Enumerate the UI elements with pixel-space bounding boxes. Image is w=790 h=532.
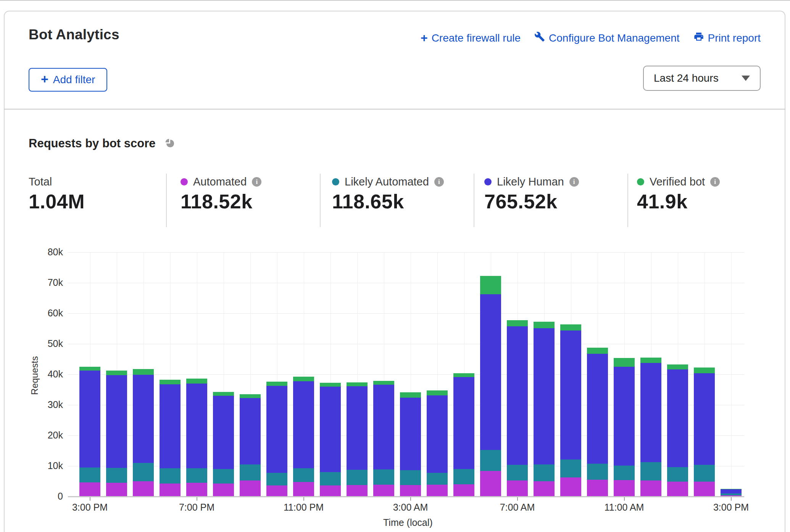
bar-segment-verified-bot[interactable] (240, 394, 261, 398)
bar-segment-likely-human[interactable] (587, 354, 608, 464)
bar-segment-likely-human[interactable] (427, 395, 448, 473)
bar-segment-likely-human[interactable] (640, 363, 661, 463)
bar-segment-automated[interactable] (347, 485, 368, 497)
bar-segment-automated[interactable] (79, 482, 100, 497)
bar-segment-automated[interactable] (560, 477, 581, 497)
bar-segment-likely-automated[interactable] (320, 472, 341, 485)
bar-segment-verified-bot[interactable] (560, 324, 581, 330)
bar-segment-automated[interactable] (213, 484, 234, 497)
bar-segment-verified-bot[interactable] (347, 382, 368, 386)
v-gridline (731, 252, 732, 497)
bar-segment-likely-automated[interactable] (373, 469, 394, 485)
bar-segment-likely-automated[interactable] (186, 468, 207, 483)
bar-segment-likely-human[interactable] (79, 371, 100, 468)
bar-segment-verified-bot[interactable] (453, 373, 474, 377)
bar-segment-automated[interactable] (534, 481, 555, 497)
bar-segment-likely-automated[interactable] (133, 463, 154, 481)
bar-segment-automated[interactable] (106, 483, 127, 497)
bar-segment-verified-bot[interactable] (534, 322, 555, 328)
bar-segment-verified-bot[interactable] (667, 364, 688, 370)
bar-segment-likely-automated[interactable] (587, 464, 608, 480)
bar-segment-likely-automated[interactable] (640, 462, 661, 480)
bar-segment-automated[interactable] (614, 480, 635, 497)
bar-segment-likely-human[interactable] (293, 381, 314, 468)
bar-segment-verified-bot[interactable] (400, 392, 421, 398)
bar-segment-likely-human[interactable] (694, 373, 715, 465)
bar-segment-automated[interactable] (507, 480, 528, 497)
bar-segment-automated[interactable] (186, 483, 207, 497)
bar-segment-likely-human[interactable] (507, 326, 528, 465)
bar-segment-likely-human[interactable] (721, 489, 742, 493)
bar-segment-likely-human[interactable] (373, 385, 394, 469)
bar-segment-verified-bot[interactable] (587, 348, 608, 354)
bar-segment-likely-human[interactable] (614, 367, 635, 466)
bar-segment-likely-human[interactable] (160, 384, 181, 468)
bar-segment-likely-human[interactable] (186, 384, 207, 468)
bar-segment-verified-bot[interactable] (640, 358, 661, 363)
bar-segment-likely-automated[interactable] (534, 464, 555, 481)
bar-segment-likely-human[interactable] (133, 375, 154, 463)
bar-segment-verified-bot[interactable] (293, 377, 314, 381)
bar-segment-likely-automated[interactable] (560, 459, 581, 477)
bar-segment-automated[interactable] (427, 485, 448, 497)
bar-segment-automated[interactable] (160, 484, 181, 497)
bar-segment-automated[interactable] (667, 482, 688, 497)
bar-segment-likely-human[interactable] (480, 294, 501, 450)
bar-segment-verified-bot[interactable] (480, 276, 501, 294)
bar-segment-likely-human[interactable] (534, 328, 555, 464)
bar-segment-likely-automated[interactable] (694, 465, 715, 482)
bar-segment-automated[interactable] (587, 480, 608, 497)
bar-segment-automated[interactable] (373, 485, 394, 497)
bar-segment-automated[interactable] (266, 485, 287, 497)
bar-segment-likely-human[interactable] (106, 375, 127, 468)
bar-segment-verified-bot[interactable] (213, 392, 234, 396)
bar-segment-likely-automated[interactable] (347, 470, 368, 485)
bar-segment-verified-bot[interactable] (266, 382, 287, 386)
bar-segment-automated[interactable] (320, 485, 341, 497)
bar-segment-likely-automated[interactable] (213, 469, 234, 484)
bar-segment-likely-human[interactable] (320, 387, 341, 472)
bar-segment-verified-bot[interactable] (133, 369, 154, 374)
bar-segment-automated[interactable] (453, 484, 474, 497)
bar-segment-likely-human[interactable] (347, 386, 368, 470)
bar-segment-verified-bot[interactable] (186, 379, 207, 384)
bar-segment-automated[interactable] (400, 485, 421, 497)
bar-segment-likely-automated[interactable] (453, 469, 474, 484)
bar-segment-likely-human[interactable] (453, 377, 474, 469)
bar-segment-verified-bot[interactable] (106, 371, 127, 375)
bar-segment-verified-bot[interactable] (79, 367, 100, 371)
bar-segment-automated[interactable] (240, 480, 261, 497)
bar-segment-automated[interactable] (133, 481, 154, 497)
bar-segment-likely-human[interactable] (240, 398, 261, 464)
bar-segment-verified-bot[interactable] (614, 358, 635, 367)
bar-segment-likely-automated[interactable] (293, 468, 314, 482)
bar-segment-likely-automated[interactable] (106, 468, 127, 483)
bar-segment-verified-bot[interactable] (427, 390, 448, 395)
bar-segment-likely-automated[interactable] (400, 470, 421, 485)
bar-segment-likely-automated[interactable] (79, 468, 100, 482)
bar-segment-likely-human[interactable] (213, 396, 234, 469)
bar-segment-likely-human[interactable] (400, 398, 421, 470)
bar-segment-automated[interactable] (640, 480, 661, 497)
bar-segment-likely-automated[interactable] (266, 473, 287, 486)
bar-segment-likely-automated[interactable] (507, 465, 528, 481)
bar-segment-verified-bot[interactable] (160, 380, 181, 385)
bar-segment-likely-automated[interactable] (614, 466, 635, 480)
bar-segment-likely-automated[interactable] (667, 467, 688, 482)
bar-segment-automated[interactable] (694, 482, 715, 497)
bar-segment-likely-automated[interactable] (240, 464, 261, 480)
bar-segment-likely-automated[interactable] (721, 493, 742, 495)
bar-segment-verified-bot[interactable] (507, 320, 528, 326)
bar-segment-verified-bot[interactable] (721, 489, 742, 489)
bar-segment-likely-human[interactable] (667, 369, 688, 467)
bar-segment-verified-bot[interactable] (694, 368, 715, 373)
bar-segment-verified-bot[interactable] (373, 381, 394, 385)
bar-segment-automated[interactable] (480, 471, 501, 497)
bar-segment-likely-automated[interactable] (427, 473, 448, 484)
bar-segment-likely-human[interactable] (560, 330, 581, 459)
bar-segment-automated[interactable] (293, 482, 314, 497)
bar-segment-likely-automated[interactable] (160, 468, 181, 483)
bar-segment-verified-bot[interactable] (320, 383, 341, 387)
bar-segment-likely-human[interactable] (266, 386, 287, 472)
bar-segment-likely-automated[interactable] (480, 450, 501, 471)
